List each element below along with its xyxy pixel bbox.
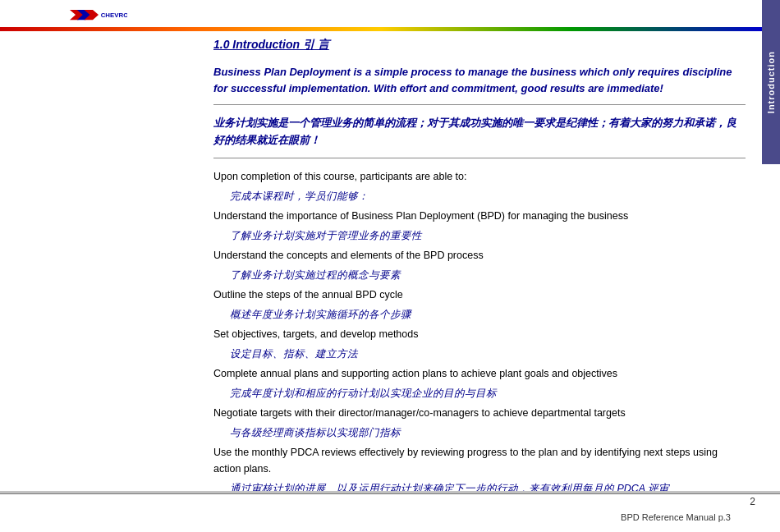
- chevron-logo-icon: CHEVRON: [70, 3, 127, 26]
- item-1-zh: 了解业务计划实施对于管理业务的重要性: [213, 227, 746, 244]
- item-3-en: Outline the steps of the annual BPD cycl…: [213, 287, 746, 303]
- item-5-zh: 完成年度计划和相应的行动计划以实现企业的目的与目标: [213, 385, 746, 401]
- footer: 2 BPD Reference Manual p.3: [0, 491, 780, 532]
- item-6-zh: 与各级经理商谈指标以实现部门指标: [213, 424, 746, 441]
- side-tab-label: Introduction: [766, 51, 776, 113]
- side-tab: Introduction: [762, 0, 780, 164]
- intro-english: Business Plan Deployment is a simple pro…: [213, 64, 746, 105]
- header-bar: CHEVRON: [0, 0, 780, 29]
- item-5-en: Complete annual plans and supporting act…: [213, 365, 746, 382]
- page-number: 2: [750, 496, 755, 507]
- content-area: 1.0 Introduction 引 言 Business Plan Deplo…: [0, 30, 762, 491]
- svg-text:CHEVRON: CHEVRON: [101, 11, 127, 19]
- item-4-en: Set objectives, targets, and develop met…: [213, 326, 746, 342]
- footer-reference: BPD Reference Manual p.3: [621, 512, 731, 522]
- section-title: 1.0 Introduction 引 言: [213, 38, 746, 53]
- item-1-en: Understand the importance of Business Pl…: [213, 208, 746, 224]
- item-6-en: Negotiate targets with their director/ma…: [213, 405, 746, 421]
- item-7-zh: 通过审核计划的进展、以及运用行动计划来确定下一步的行动，来有效利用每月的 PDC…: [213, 480, 746, 491]
- item-3-zh: 概述年度业务计划实施循环的各个步骤: [213, 306, 746, 323]
- opening-chinese: 完成本课程时，学员们能够：: [213, 188, 746, 204]
- item-2-zh: 了解业务计划实施过程的概念与要素: [213, 267, 746, 283]
- body-text: Upon completion of this course, particip…: [213, 168, 746, 491]
- intro-chinese: 业务计划实施是一个管理业务的简单的流程；对于其成功实施的唯一要求是纪律性；有着大…: [213, 115, 746, 158]
- logo-area: CHEVRON: [49, 2, 148, 28]
- item-4-zh: 设定目标、指标、建立方法: [213, 346, 746, 362]
- opening-line: Upon completion of this course, particip…: [213, 168, 746, 185]
- item-7-en: Use the monthly PDCA reviews effectively…: [213, 444, 746, 477]
- item-2-en: Understand the concepts and elements of …: [213, 247, 746, 264]
